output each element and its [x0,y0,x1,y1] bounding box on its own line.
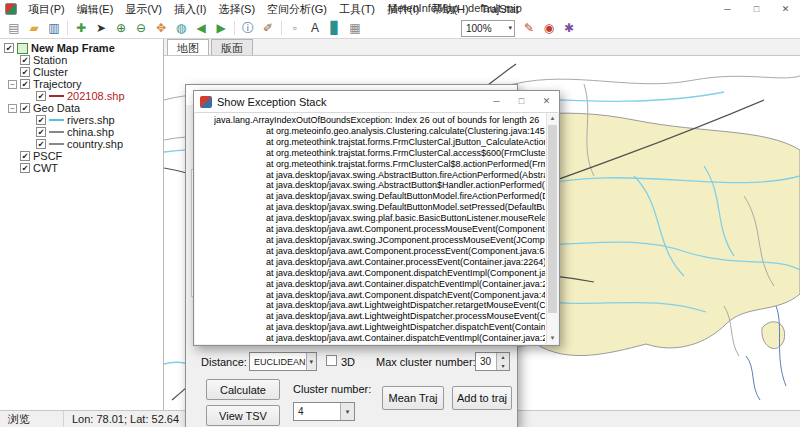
layer-checkbox[interactable]: ✔ [36,115,46,125]
spin-up-icon[interactable]: ▴ [497,353,509,362]
menu-item[interactable]: 选择(S) [212,0,261,19]
scroll-up-icon[interactable]: ▲ [547,113,558,124]
view-tsv-button[interactable]: View TSV [206,405,280,426]
measure-icon[interactable]: ✐ [258,19,278,37]
close-icon[interactable]: ✕ [771,0,800,18]
layer-checkbox[interactable]: ✔ [20,163,30,173]
cluster-number-combo[interactable]: 4 ▾ [293,402,355,421]
layer-checkbox[interactable]: ✔ [20,103,30,113]
tree-item-rivers-shp[interactable]: ✔ rivers.shp [0,114,163,126]
label-tool-icon[interactable]: A [305,19,325,37]
minimize-icon[interactable]: ─ [713,0,742,18]
pan-tool-icon[interactable]: ✥ [151,19,171,37]
mean-traj-button[interactable]: Mean Traj [382,386,444,410]
layer-checkbox[interactable]: ✔ [36,91,46,101]
tab-layout[interactable]: 版面 [211,39,253,55]
tree-item-label: country.shp [67,138,123,150]
layer-symbol-line [49,143,64,145]
add-to-traj-button[interactable]: Add to traj [452,386,512,410]
vertical-scrollbar[interactable]: ▲ ▼ [546,113,558,344]
exception-stack-text: java.lang.ArrayIndexOutOfBoundsException… [214,115,545,344]
save-project-icon[interactable]: ▥ [44,19,64,37]
layer-checkbox[interactable]: ✔ [20,55,30,65]
layer-checkbox[interactable]: ✔ [20,151,30,161]
chart-icon[interactable]: ▊ [325,19,345,37]
max-cluster-number-label: Max cluster number: [376,356,476,368]
menu-item[interactable]: 编辑(E) [71,0,120,19]
zoom-next-icon[interactable]: ▶ [211,19,231,37]
draw-pen-icon[interactable]: ✎ [519,19,539,37]
tree-item-label: 202108.shp [67,90,125,102]
zoom-previous-icon[interactable]: ◀ [191,19,211,37]
stack-trace-line: java.lang.ArrayIndexOutOfBoundsException… [214,115,545,126]
zoom-level-value: 100% [466,23,492,34]
maximize-icon[interactable]: □ [742,0,771,18]
scroll-down-icon[interactable]: ▼ [547,333,558,344]
menu-item[interactable]: 显示(V) [119,0,168,19]
full-extent-icon[interactable]: ◍ [171,19,191,37]
tree-item-station[interactable]: ✔ Station [0,54,163,66]
layer-symbol-line [49,131,64,133]
layer-checkbox[interactable]: ✔ [36,127,46,137]
toolbar-separator [234,21,235,35]
tree-item-202108-shp[interactable]: ✔ 202108.shp [0,90,163,102]
exception-dialog-titlebar[interactable]: Show Exception Stack ─ □ ✕ [194,91,559,112]
open-project-icon[interactable]: ▰ [24,19,44,37]
three-d-checkbox[interactable] [326,355,337,366]
stack-trace-line: at java.desktop/java.awt.Container.dispa… [214,279,545,290]
stack-trace-line: at java.desktop/javax.swing.AbstractButt… [214,170,545,181]
zoom-level-combo[interactable]: 100% ▾ [461,20,515,37]
tree-item-label: rivers.shp [67,114,115,126]
layer-checkbox[interactable]: ✔ [4,43,14,53]
scrollbar-thumb[interactable] [548,125,557,313]
zoom-out-icon[interactable]: ⊖ [131,19,151,37]
distance-combo[interactable]: EUCLIDEAN ▾ [249,352,317,371]
maximize-icon[interactable]: □ [509,91,534,112]
tree-item-label: Geo Data [33,102,80,114]
add-layer-icon[interactable]: ✚ [71,19,91,37]
spin-down-icon[interactable]: ▾ [497,362,509,371]
settings-icon[interactable]: ✱ [559,19,579,37]
grid-icon[interactable]: ▦ [345,19,365,37]
collapse-icon[interactable]: − [8,104,17,113]
tree-item-geo-data[interactable]: − ✔ Geo Data [0,102,163,114]
tree-item-new-map-frame[interactable]: ✔ New Map Frame [0,42,163,54]
stack-trace-line: at java.desktop/java.awt.LightweightDisp… [214,311,545,322]
exception-stack-textarea[interactable]: java.lang.ArrayIndexOutOfBoundsException… [195,112,558,344]
tree-item-cwt[interactable]: ✔ CWT [0,162,163,174]
menu-item[interactable]: 插入(I) [168,0,212,19]
tree-item-pscf[interactable]: ✔ PSCF [0,150,163,162]
select-feature-icon[interactable]: ▫ [285,19,305,37]
zoom-in-icon[interactable]: ⊕ [111,19,131,37]
menu-item[interactable]: 空间分析(G) [261,0,333,19]
select-tool-icon[interactable]: ➤ [91,19,111,37]
stack-trace-line: at java.desktop/java.awt.Component.dispa… [214,290,545,301]
new-project-icon[interactable]: ▤ [4,19,24,37]
layer-checkbox[interactable]: ✔ [20,67,30,77]
menu-item[interactable]: 工具(T) [333,0,381,19]
menubar: 项目(P)编辑(E)显示(V)插入(I)选择(S)空间分析(G)工具(T)插件(… [0,0,800,18]
layer-checkbox[interactable]: ✔ [20,79,30,89]
marker-icon[interactable]: ◉ [539,19,559,37]
tree-item-trajectory[interactable]: − ✔ Trajectory [0,78,163,90]
tab-map[interactable]: 地图 [167,39,209,55]
collapse-icon[interactable]: − [8,80,17,89]
identify-icon[interactable]: ⓘ [238,19,258,37]
stack-trace-line: at java.desktop/java.awt.Component.proce… [214,224,545,235]
exception-stack-dialog[interactable]: Show Exception Stack ─ □ ✕ java.lang.Arr… [193,90,560,346]
minimize-icon[interactable]: ─ [484,91,509,112]
tree-item-label: PSCF [33,150,62,162]
menu-item[interactable]: 项目(P) [22,0,71,19]
spinner-buttons[interactable]: ▴ ▾ [496,353,509,370]
stack-trace-line: at java.desktop/java.awt.LightweightDisp… [214,322,545,333]
tree-item-country-shp[interactable]: ✔ country.shp [0,138,163,150]
layer-tree-panel: ✔ New Map Frame ✔ Station ✔ Cluster − ✔ … [0,39,164,410]
window-controls: ─ □ ✕ [713,0,800,18]
max-cluster-number-spinner[interactable]: 30 ▴ ▾ [475,352,510,371]
tree-item-china-shp[interactable]: ✔ china.shp [0,126,163,138]
calculate-button[interactable]: Calculate [206,379,280,400]
close-icon[interactable]: ✕ [534,91,559,112]
chevron-down-icon: ▾ [306,353,316,370]
layer-checkbox[interactable]: ✔ [36,139,46,149]
tree-item-cluster[interactable]: ✔ Cluster [0,66,163,78]
